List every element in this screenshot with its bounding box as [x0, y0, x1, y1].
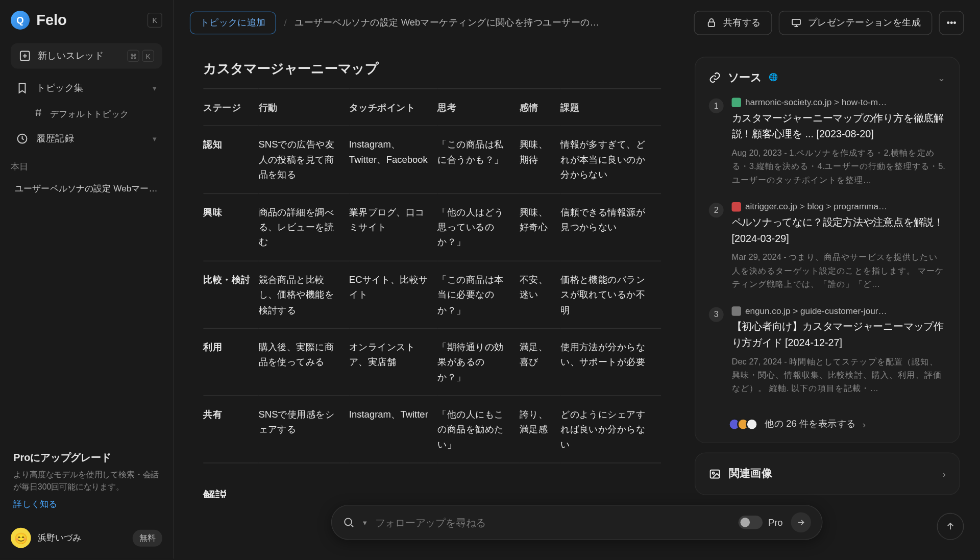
source-number: 2 [709, 203, 724, 217]
explain-title: 解説 [203, 488, 661, 498]
plus-square-icon [19, 50, 31, 62]
sidebar-item-topics[interactable]: トピック集 ▾ [11, 76, 162, 101]
lock-icon [705, 17, 718, 29]
source-panel-header[interactable]: ソース 🌐 ⌄ [709, 69, 946, 85]
table-header: タッチポイント [349, 88, 438, 126]
new-thread-label: 新しいスレッド [38, 50, 120, 62]
source-number: 3 [709, 307, 724, 322]
chevron-down-icon: ▾ [153, 84, 157, 92]
brand-name: Felo [36, 11, 67, 29]
related-images-card[interactable]: 関連画像 › [695, 452, 960, 495]
scroll-to-top-button[interactable] [937, 513, 964, 540]
table-header: 思考 [437, 88, 519, 126]
favicon-icon [731, 98, 741, 107]
table-header: 感情 [520, 88, 560, 126]
table-header: 行動 [258, 88, 349, 126]
article: カスタマージャーニーマップ ステージ行動タッチポイント思考感情課題 認知SNSで… [190, 46, 681, 498]
upgrade-card: Proにアップグレード より高度なモデルを使用して検索・会話が毎日300回可能に… [11, 442, 162, 520]
breadcrumb[interactable]: ユーザーペルソナの設定 Webマーケティングに関心を持つユーザーの… [295, 17, 599, 29]
history-icon [16, 133, 29, 145]
table-row: 興味商品の詳細を調べる、レビューを読む業界ブログ、口コミサイト「他の人はどう思っ… [203, 193, 661, 261]
link-icon [709, 71, 721, 83]
svg-rect-2 [708, 22, 715, 27]
followup-bar: ▾ Pro [331, 505, 823, 540]
source-snippet: Aug 20, 2023 - 1.ペルソナを作成する・2.横軸を定める・3.縦軸… [731, 146, 945, 186]
search-mode-chevron[interactable]: ▾ [363, 518, 367, 527]
table-header: 課題 [560, 88, 661, 126]
pro-label: Pro [768, 517, 783, 528]
svg-point-7 [345, 518, 352, 525]
followup-input[interactable] [375, 517, 731, 528]
show-more-sources[interactable]: 他の 26 件を表示する › [709, 410, 946, 430]
hash-icon [32, 106, 44, 118]
breadcrumb-separator: / [284, 17, 286, 28]
new-thread-button[interactable]: 新しいスレッド ⌘K [11, 43, 162, 68]
source-title: 【初心者向け】カスタマージャーニーマップ作り方ガイド [2024-12-27] [731, 319, 945, 351]
image-icon [709, 468, 721, 480]
chevron-down-icon: ▾ [153, 134, 157, 143]
user-row[interactable]: 😊 浜野いづみ 無料 [11, 520, 162, 548]
logo-icon: Q [11, 11, 30, 30]
table-row: 利用購入後、実際に商品を使ってみるオンラインストア、実店舗「期待通りの効果がある… [203, 328, 661, 396]
table-header: ステージ [203, 88, 258, 126]
history-label: 履歴記録 [36, 133, 74, 145]
logo[interactable]: Q Felo [11, 11, 67, 30]
chevron-down-icon: ⌄ [938, 71, 946, 82]
sidebar: Q Felo K 新しいスレッド ⌘K トピック集 ▾ デフォルトトピック 履歴… [0, 0, 174, 559]
source-title: ペルソナってなに？設定方法や注意点を解説！ [2024-03-29] [731, 214, 945, 246]
table-row: 共有SNSで使用感をシェアするInstagram、Twitter「他の人にもこの… [203, 396, 661, 463]
svg-point-5 [712, 472, 714, 474]
generate-presentation-button[interactable]: プレゼンテーションを生成 [779, 11, 933, 35]
source-panel: ソース 🌐 ⌄ 1harmonic-society.co.jp > how-to… [695, 46, 964, 498]
upgrade-link[interactable]: 詳しく知る [13, 499, 57, 509]
sidebar-item-default-topic[interactable]: デフォルトトピック [11, 101, 162, 126]
source-snippet: Dec 27, 2024 - 時間軸としてステップを配置（認知、興味・関心、情報… [731, 355, 945, 395]
sidebar-item-history[interactable]: 履歴記録 ▾ [11, 126, 162, 152]
pro-toggle[interactable] [739, 516, 763, 529]
more-button[interactable]: ••• [939, 11, 964, 35]
topics-label: トピック集 [36, 82, 83, 94]
share-button[interactable]: 共有する [694, 11, 772, 35]
source-item[interactable]: 1harmonic-society.co.jp > how-to-m…カスタマー… [709, 97, 946, 186]
journey-map-title: カスタマージャーニーマップ [203, 59, 661, 78]
source-title: ソース [727, 69, 762, 85]
send-button[interactable] [791, 513, 811, 533]
source-title: カスタマージャーニーマップの作り方を徹底解説！顧客心理を ... [2023-0… [731, 110, 945, 142]
journey-map-table: ステージ行動タッチポイント思考感情課題 認知SNSでの広告や友人の投稿を見て商品… [203, 88, 661, 464]
svg-rect-3 [792, 19, 800, 25]
favicon-icon [731, 202, 741, 211]
table-row: 認知SNSでの広告や友人の投稿を見て商品を知るInstagram、Twitter… [203, 126, 661, 193]
main: トピックに追加 / ユーザーペルソナの設定 Webマーケティングに関心を持つユー… [174, 0, 980, 559]
avatar: 😊 [11, 528, 31, 548]
chevron-right-icon: › [863, 419, 866, 429]
topbar: トピックに追加 / ユーザーペルソナの設定 Webマーケティングに関心を持つユー… [174, 0, 980, 46]
source-item[interactable]: 2aitrigger.co.jp > blog > programma…ペルソナ… [709, 201, 946, 290]
plan-badge: 無料 [133, 529, 162, 546]
source-domain: harmonic-society.co.jp > how-to-m… [731, 97, 945, 107]
presentation-icon [791, 17, 803, 29]
user-name: 浜野いづみ [38, 532, 126, 544]
source-item[interactable]: 3engun.co.jp > guide-customer-jour…【初心者向… [709, 306, 946, 395]
history-today-label: 本日 [11, 152, 162, 177]
favicon-stack [731, 418, 757, 430]
source-number: 1 [709, 99, 724, 113]
collapse-sidebar-button[interactable]: K [148, 13, 162, 28]
source-snippet: Mar 29, 2024 - つまり、商品やサービスを提供したい人を決めるターゲ… [731, 251, 945, 291]
chevron-right-icon: › [943, 468, 946, 479]
favicon-icon [731, 306, 741, 315]
search-icon[interactable] [342, 516, 355, 528]
history-item[interactable]: ユーザーペルソナの設定 Webマー… [11, 177, 162, 200]
new-thread-shortcut: ⌘K [127, 50, 154, 62]
translate-icon[interactable]: 🌐 [769, 72, 778, 81]
add-to-topic-button[interactable]: トピックに追加 [190, 11, 276, 34]
source-domain: aitrigger.co.jp > blog > programma… [731, 201, 945, 211]
upgrade-desc: より高度なモデルを使用して検索・会話が毎日300回可能になります。 [13, 469, 159, 493]
bookmark-icon [16, 82, 29, 94]
upgrade-title: Proにアップグレード [13, 452, 159, 465]
source-domain: engun.co.jp > guide-customer-jour… [731, 306, 945, 316]
table-row: 比較・検討競合商品と比較し、価格や機能を検討するECサイト、比較サイト「この商品… [203, 261, 661, 328]
